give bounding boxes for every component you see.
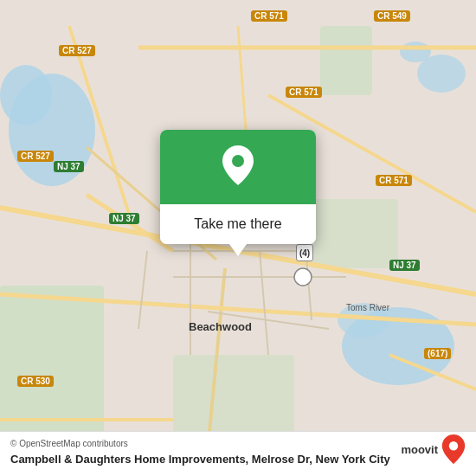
- svg-point-1: [0, 65, 52, 125]
- city-label-beachwood: Beachwood: [189, 320, 252, 333]
- road-label-cr571-right: CR 571: [376, 175, 412, 186]
- road-label-4: (4): [296, 244, 313, 261]
- road-label-617: (617): [424, 348, 451, 359]
- svg-rect-8: [173, 355, 294, 441]
- svg-line-24: [138, 251, 147, 329]
- moovit-pin-icon: [441, 434, 466, 464]
- attribution-text: © OpenStreetMap contributors: [10, 439, 466, 448]
- svg-line-23: [260, 251, 268, 355]
- popup-tail: [229, 244, 247, 256]
- road-label-cr549: CR 549: [374, 10, 410, 22]
- svg-rect-7: [320, 26, 372, 95]
- road-label-cr571-top: CR 571: [251, 10, 287, 22]
- svg-point-29: [232, 155, 244, 167]
- popup-card: Take me there: [160, 130, 316, 244]
- take-me-there-button[interactable]: Take me there: [160, 204, 316, 244]
- road-label-cr527-bot: CR 527: [17, 151, 54, 162]
- place-name-text: Campbell & Daughters Home Improvements, …: [10, 452, 466, 467]
- road-label-cr571-mid: CR 571: [286, 87, 322, 98]
- svg-point-30: [449, 441, 458, 450]
- moovit-logo: moovit: [401, 434, 466, 464]
- road-label-nj37-right: NJ 37: [389, 260, 420, 271]
- moovit-text: moovit: [401, 443, 438, 456]
- popup-header: [160, 130, 316, 204]
- road-label-cr530: CR 530: [17, 376, 54, 387]
- map-container: CR 571 CR 549 CR 527 CR 571 CR 527 NJ 37…: [0, 0, 476, 476]
- road-label-nj37-mid: NJ 37: [109, 213, 139, 224]
- svg-rect-9: [312, 199, 398, 268]
- water-label-toms-river: Toms River: [346, 303, 389, 312]
- location-pin-icon: [222, 145, 254, 185]
- road-label-cr527-top: CR 527: [59, 45, 95, 56]
- svg-point-28: [294, 268, 312, 286]
- svg-point-5: [400, 42, 431, 62]
- road-label-nj37-left: NJ 37: [54, 161, 84, 172]
